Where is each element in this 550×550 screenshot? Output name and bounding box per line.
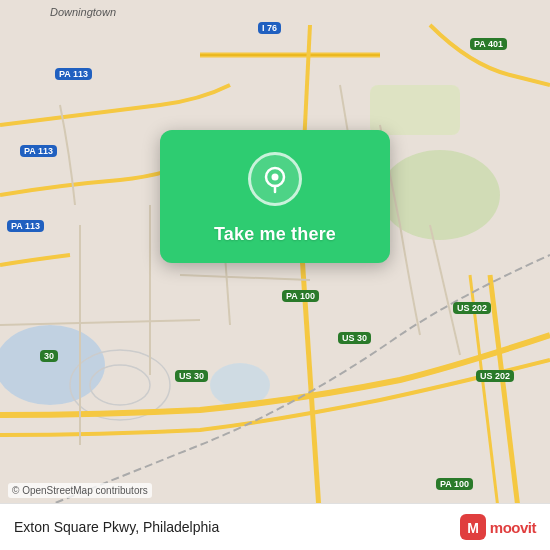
- road-badge-us30-1: US 30: [175, 370, 208, 382]
- road-badge-i76: I 76: [258, 22, 281, 34]
- svg-line-9: [300, 225, 320, 525]
- svg-line-18: [430, 225, 460, 355]
- map-roads-svg: [0, 0, 550, 550]
- road-badge-pa100-2: PA 100: [436, 478, 473, 490]
- svg-line-13: [180, 275, 310, 280]
- bottom-info-bar: Exton Square Pkwy, Philadelphia M moovit: [0, 503, 550, 550]
- svg-point-0: [380, 150, 500, 240]
- svg-text:M: M: [467, 520, 479, 536]
- map-container: PA 113 PA 113 PA 113 I 76 PA 401 PA 100 …: [0, 0, 550, 550]
- location-icon-wrapper: [248, 152, 302, 206]
- svg-line-12: [0, 320, 200, 325]
- osm-attribution: © OpenStreetMap contributors: [8, 483, 152, 498]
- road-badge-30: 30: [40, 350, 58, 362]
- svg-point-1: [0, 325, 105, 405]
- road-badge-pa113-2: PA 113: [20, 145, 57, 157]
- location-label: Exton Square Pkwy, Philadelphia: [14, 519, 219, 535]
- svg-point-20: [272, 174, 279, 181]
- moovit-brand-name: moovit: [490, 519, 536, 536]
- road-badge-pa401: PA 401: [470, 38, 507, 50]
- svg-point-5: [90, 365, 150, 405]
- road-badge-pa113-3: PA 113: [7, 220, 44, 232]
- location-pin-icon: [260, 164, 290, 194]
- svg-rect-3: [370, 85, 460, 135]
- road-badge-us202-2: US 202: [476, 370, 514, 382]
- moovit-icon: M: [460, 514, 486, 540]
- town-label-downingtown: Downingtown: [50, 6, 116, 18]
- road-badge-pa100-1: PA 100: [282, 290, 319, 302]
- action-card: Take me there: [160, 130, 390, 263]
- take-me-there-button[interactable]: Take me there: [214, 224, 336, 245]
- road-badge-us30-2: US 30: [338, 332, 371, 344]
- road-badge-pa113-1: PA 113: [55, 68, 92, 80]
- road-badge-us202-1: US 202: [453, 302, 491, 314]
- moovit-logo: M moovit: [460, 514, 536, 540]
